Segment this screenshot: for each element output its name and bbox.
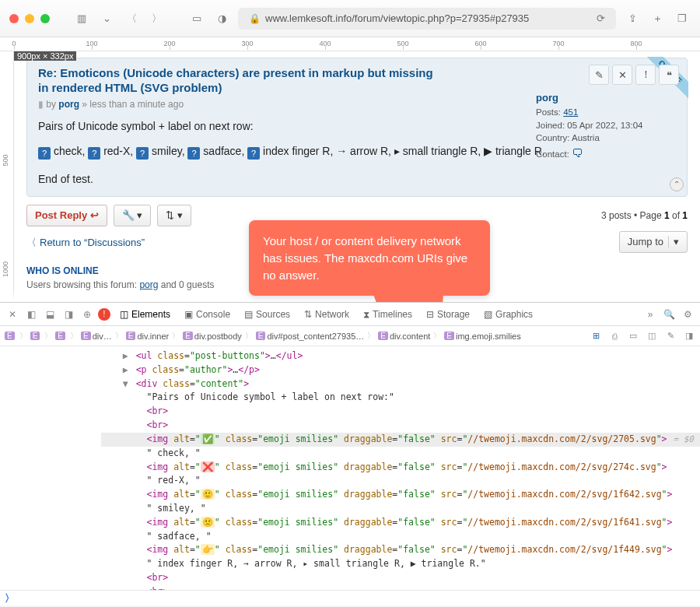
crumb-tool-2[interactable]: ◫ [644, 328, 660, 344]
devtools-tab-sources[interactable]: ▤Sources [238, 306, 296, 323]
page-viewport: 0100200300400500600700800 5001000 900px … [0, 37, 700, 302]
reload-icon[interactable]: ⟳ [597, 12, 605, 24]
devtools-tab-elements[interactable]: ◫Elements [114, 306, 177, 323]
device-icon[interactable]: ▭ [625, 328, 641, 344]
forward-button[interactable]: 〉 [148, 10, 165, 27]
inspect-icon[interactable]: ▭ [188, 10, 205, 27]
breadcrumb-item[interactable]: E [54, 332, 68, 340]
pagination-info: 3 posts • Page 1 of 1 [601, 210, 688, 221]
dom-tree-line[interactable]: <br> [101, 419, 700, 433]
breadcrumb-item[interactable]: Eimg.emoji.smilies [443, 332, 522, 341]
devtools-tab-graphics[interactable]: ▧Graphics [478, 306, 539, 323]
dom-tree-line[interactable]: <img alt="🙁" class="emoji smilies" dragg… [101, 516, 700, 530]
breadcrumb-item[interactable]: Ediv… [79, 332, 114, 341]
devtools-tab-network[interactable]: ⇅Network [298, 306, 355, 323]
dom-tree-line[interactable]: " check, " [101, 447, 700, 461]
dom-tree-line[interactable]: ▶ <ul class="post-buttons">…</ul> [101, 349, 700, 363]
dock-right-icon[interactable]: ◨ [61, 307, 76, 322]
sort-button[interactable]: ⇅ ▾ [157, 205, 191, 226]
overflow-icon[interactable]: » [642, 307, 658, 322]
tabs-icon[interactable]: ❐ [674, 10, 691, 27]
contact-icon[interactable]: 🗨 [572, 145, 583, 162]
author-link[interactable]: porg [58, 99, 79, 110]
delete-button[interactable]: ✕ [612, 65, 632, 85]
breadcrumb-item[interactable]: Ediv#post_content27935… [254, 332, 366, 341]
annotation-callout: Your host / or content delivery network … [249, 220, 490, 296]
devtools-tabbar: ✕ ◧ ⬓ ◨ ⊕ ! ◫Elements▣Console▤Sources⇅Ne… [0, 303, 700, 326]
breadcrumb-item[interactable]: E [3, 332, 18, 340]
brush-icon[interactable]: ✎ [663, 328, 678, 344]
dom-tree-line[interactable]: " smiley, " [101, 502, 700, 516]
shield-icon[interactable]: ◑ [213, 10, 230, 27]
dom-tree-line[interactable]: "Pairs of Unicode symbol + label on next… [101, 391, 700, 405]
dom-tree-line[interactable]: " index finger R, → arrow R, ▸ small tri… [101, 557, 700, 571]
error-badge-icon[interactable]: ! [98, 308, 110, 321]
missing-emoji-icon: ? [247, 147, 260, 160]
dom-tree-line[interactable]: " sadface, " [101, 530, 700, 544]
missing-emoji-icon: ? [187, 147, 200, 160]
devtools-console-footer[interactable]: 〉 [0, 590, 700, 605]
zoom-window-button[interactable] [40, 14, 50, 23]
target-icon[interactable]: ⊕ [79, 307, 95, 322]
devtools-panel: ✕ ◧ ⬓ ◨ ⊕ ! ◫Elements▣Console▤Sources⇅Ne… [0, 302, 700, 605]
quote-button[interactable]: ❝ [659, 65, 679, 85]
dom-tree-line[interactable]: <br> [101, 405, 700, 419]
post-title[interactable]: Re: Emoticons (Unicode characters) are p… [38, 66, 443, 96]
dom-tree-line[interactable]: ▶ <p class="author">…</p> [101, 363, 700, 377]
breadcrumb-item[interactable]: Ediv.postbody [181, 332, 243, 341]
user-info-box: porg Posts: 451 Joined: 05 Apr 2022, 13:… [536, 91, 676, 162]
post-end: End of test. [38, 170, 676, 188]
dom-tree-line[interactable]: <img alt="✅" class="emoji smilies" dragg… [101, 433, 700, 447]
jump-to-button[interactable]: Jump to▾ [619, 231, 688, 253]
topic-tools-button[interactable]: 🔧 ▾ [114, 205, 152, 226]
devtools-breadcrumbs[interactable]: E〉E〉E〉Ediv…〉Ediv.inner〉Ediv.postbody〉Edi… [0, 326, 700, 346]
close-devtools-icon[interactable]: ✕ [5, 307, 20, 322]
devtools-tab-timelines[interactable]: ⧗Timelines [357, 306, 418, 323]
svg-marker-0 [373, 294, 443, 302]
dom-tree-line[interactable]: <br> [101, 571, 700, 585]
missing-emoji-icon: ? [38, 147, 51, 160]
breadcrumb-item[interactable]: Ediv.content [376, 332, 432, 341]
browser-toolbar: ▥ ⌄ 〈 〉 ▭ ◑ 🔒 www.lemkesoft.info/forum/v… [0, 0, 700, 37]
dom-tree-line[interactable]: " red-X, " [101, 474, 700, 488]
dom-tree-line[interactable]: <img alt="🙂" class="emoji smilies" dragg… [101, 488, 700, 502]
sidebar-icon[interactable]: ▥ [73, 10, 90, 27]
close-window-button[interactable] [9, 14, 19, 23]
dock-bottom-icon[interactable]: ⬓ [42, 307, 58, 322]
breadcrumb-item[interactable]: E [29, 332, 44, 340]
missing-emoji-icon: ? [88, 147, 100, 160]
dom-tree-line[interactable]: <img alt="❌" class="emoji smilies" dragg… [101, 461, 700, 475]
minimize-window-button[interactable] [25, 14, 34, 23]
dimensions-label: 900px × 332px [14, 51, 76, 61]
post-reply-button[interactable]: Post Reply ↩ [26, 205, 107, 226]
edit-button[interactable]: ✎ [589, 65, 609, 85]
settings-icon[interactable]: ⚙ [680, 307, 695, 322]
back-button[interactable]: 〈 [123, 10, 140, 27]
breadcrumb-item[interactable]: Ediv.inner [124, 332, 170, 341]
chevron-down-icon[interactable]: ⌄ [98, 10, 115, 27]
dock-left-icon[interactable]: ◧ [23, 307, 39, 322]
share-icon[interactable]: ⇪ [624, 10, 641, 27]
file-icon: ▮ [38, 99, 44, 110]
url-text: www.lemkesoft.info/forum/viewtopic.php?p… [265, 12, 529, 24]
crumb-tool-1[interactable]: ⊞ [588, 328, 604, 344]
search-icon[interactable]: 🔍 [661, 307, 677, 322]
devtools-tab-storage[interactable]: ⊟Storage [420, 306, 476, 323]
new-tab-button[interactable]: ＋ [649, 10, 666, 27]
report-button[interactable]: ！ [635, 65, 656, 85]
scroll-top-button[interactable]: ⌃ [670, 177, 684, 191]
devtools-dom-tree[interactable]: ▶ <ul class="post-buttons">…</ul> ▶ <p c… [0, 346, 700, 590]
user-name[interactable]: porg [536, 91, 676, 106]
user-posts-link[interactable]: 451 [563, 107, 578, 117]
panel-right-icon[interactable]: ◨ [681, 328, 697, 344]
devtools-tab-console[interactable]: ▣Console [178, 306, 236, 323]
dom-tree-line[interactable]: ▼ <div class="content"> [101, 377, 700, 391]
print-icon[interactable]: ⎙ [607, 328, 622, 344]
missing-emoji-icon: ? [136, 147, 149, 160]
address-bar[interactable]: 🔒 www.lemkesoft.info/forum/viewtopic.php… [238, 8, 616, 30]
dom-tree-line[interactable]: <br> [101, 585, 700, 590]
chevron-left-icon: 〈 [26, 236, 37, 250]
window-controls[interactable] [9, 14, 50, 23]
dom-tree-line[interactable]: <img alt="👉" class="emoji smilies" dragg… [101, 543, 700, 557]
return-link[interactable]: 〈Return to “Discussions” [26, 236, 145, 250]
